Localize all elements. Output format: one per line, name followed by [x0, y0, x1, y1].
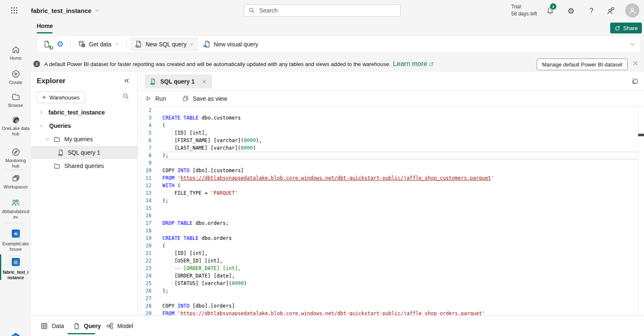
nav-create[interactable]: Create: [0, 69, 31, 85]
database-icon: [78, 40, 86, 48]
nav-workspace-dbtlabsfabricdev[interactable]: dbtlabsfabricdev: [0, 198, 31, 220]
run-button[interactable]: Run: [142, 93, 169, 104]
get-data-button[interactable]: Get data: [74, 38, 123, 51]
code-line[interactable]: 10COPY INTO [dbo].[customers]: [138, 167, 644, 174]
code-line[interactable]: 24 [ORDER_DATE] [date],: [138, 272, 644, 280]
toolbar-divider: [70, 40, 71, 49]
workspace-title-dropdown[interactable]: fabric_test_instance: [31, 0, 100, 21]
view-tab-model[interactable]: Model: [106, 316, 133, 336]
ribbon-tab-home[interactable]: Home: [37, 23, 53, 29]
code-line[interactable]: 18: [138, 227, 644, 234]
notifications-button[interactable]: 2: [545, 6, 555, 16]
app-launcher-waffle-icon[interactable]: [10, 6, 18, 15]
new-visual-query-label: New visual query: [214, 41, 258, 48]
new-warehouses-button[interactable]: + Warehouses: [37, 92, 85, 103]
code-line[interactable]: 4(: [138, 122, 644, 129]
editor-scrollbar-mark[interactable]: [638, 134, 644, 136]
person-icon: [628, 6, 636, 15]
code-line[interactable]: 21 [ID] [int],: [138, 249, 644, 257]
learn-more-link[interactable]: Learn more: [393, 60, 434, 68]
nav-home[interactable]: Home: [0, 45, 31, 61]
nav-item-examplelakehouse[interactable]: ExampleLakehouse: [0, 227, 31, 252]
code-line[interactable]: 15: [138, 204, 644, 212]
get-data-label: Get data: [89, 41, 111, 48]
tree-item-queries[interactable]: Queries: [31, 119, 138, 132]
code-line[interactable]: 12WITH (: [138, 182, 644, 189]
global-search[interactable]: [244, 4, 401, 17]
gear-icon: ⚙: [56, 39, 63, 49]
code-line[interactable]: 22 [USER_ID] [int],: [138, 257, 644, 265]
trial-label: Trial:: [511, 3, 537, 10]
code-line[interactable]: 19CREATE TABLE dbo.orders: [138, 234, 644, 242]
external-link-icon: [429, 61, 434, 67]
code-line[interactable]: 29FROM 'https://dbtlabsynapsedatalake.bl…: [138, 310, 644, 316]
tab-close-button[interactable]: [202, 79, 207, 84]
chevron-right-icon: [39, 110, 44, 115]
code-line[interactable]: 14);: [138, 197, 644, 204]
code-line[interactable]: 3CREATE TABLE dbo.customers: [138, 114, 644, 122]
query-settings-button[interactable]: ⚙: [54, 38, 66, 50]
code-line[interactable]: 28COPY INTO [dbo].[orders]: [138, 302, 644, 310]
explorer-search-button[interactable]: [122, 93, 129, 100]
view-tab-data[interactable]: Data: [40, 316, 64, 336]
data-warehouse-icon: [10, 332, 21, 336]
tree-item-sql-query-1[interactable]: SQL SQL query 1: [31, 146, 138, 159]
code-line[interactable]: 11FROM 'https://dbtlabsynapsedatalake.bl…: [138, 174, 644, 182]
tree-item-warehouse-root[interactable]: fabric_test_instance: [31, 106, 138, 119]
visual-query-icon: [203, 40, 211, 48]
new-sql-query-button[interactable]: SQL New SQL query: [131, 38, 198, 51]
code-line[interactable]: 8);: [138, 152, 644, 159]
explorer-collapse-button[interactable]: «: [124, 76, 129, 84]
tree-item-shared-queries[interactable]: Shared queries: [31, 159, 138, 173]
code-line[interactable]: 2: [138, 107, 644, 114]
plus-circle-icon: [11, 69, 20, 79]
code-line[interactable]: 26);: [138, 287, 644, 295]
settings-button[interactable]: ⚙: [566, 6, 576, 16]
account-avatar[interactable]: [625, 3, 639, 18]
chevron-down-icon: [114, 42, 119, 46]
code-line[interactable]: 25 [STATUS] [varchar](8000): [138, 280, 644, 287]
banner-close-button[interactable]: [632, 60, 639, 66]
feedback-button[interactable]: [606, 6, 616, 16]
query-toolbar: Run Save as view: [138, 91, 644, 107]
search-input[interactable]: [258, 7, 396, 14]
copy-button[interactable]: [631, 77, 639, 85]
code-line[interactable]: 13 FILE_TYPE = 'PARQUET': [138, 189, 644, 197]
nav-onelake-data-hub[interactable]: OneLake data hub: [0, 115, 31, 137]
code-line[interactable]: 9: [138, 159, 644, 167]
query-tab-strip: SQL SQL query 1: [138, 72, 644, 91]
tree-item-my-queries[interactable]: My queries: [31, 132, 138, 146]
ribbon-expand-button[interactable]: [629, 41, 635, 47]
save-as-view-button[interactable]: Save as view: [179, 93, 230, 104]
share-button[interactable]: Share: [610, 23, 642, 33]
help-button[interactable]: ?: [586, 6, 596, 16]
default-dataset-banner: i A default Power BI dataset for faster …: [31, 56, 644, 72]
editor-scrollbar-track[interactable]: [638, 107, 639, 316]
code-line[interactable]: 17DROP TABLE dbo.orders;: [138, 219, 644, 227]
code-line[interactable]: 6 [FIRST_NAME] [varchar](8000),: [138, 137, 644, 144]
code-line[interactable]: 7 [LAST_NAME] [varchar](8000): [138, 144, 644, 152]
code-line[interactable]: 23 -- [ORDER_DATE] [int],: [138, 265, 644, 272]
item-type-data-warehouse[interactable]: Data Warehouse: [0, 332, 31, 336]
nav-browse[interactable]: Browse: [0, 92, 31, 108]
sql-code-editor[interactable]: 23CREATE TABLE dbo.customers4(5 [ID] [in…: [138, 107, 644, 316]
refresh-script-button[interactable]: ↻: [40, 38, 53, 50]
close-icon: [202, 79, 207, 84]
tab-sql-query-1[interactable]: SQL SQL query 1: [145, 74, 212, 89]
left-nav-rail: Home Create Browse OneLake data hub: [0, 21, 31, 336]
banner-message: A default Power BI dataset for faster re…: [44, 61, 391, 67]
nav-item-fabric-test-instance[interactable]: fabric_test_instance: [0, 256, 31, 280]
manage-default-dataset-button[interactable]: Manage default Power BI dataset: [537, 59, 628, 70]
save-as-view-icon: [182, 95, 189, 102]
chevron-down-icon: [189, 42, 194, 46]
nav-monitoring-hub[interactable]: Monitoring hub: [0, 148, 31, 169]
code-line[interactable]: 5 [ID] [int],: [138, 129, 644, 137]
view-switcher-bar: Data Query Model: [31, 316, 644, 336]
code-line[interactable]: 20(: [138, 242, 644, 249]
new-visual-query-button[interactable]: New visual query: [199, 38, 262, 51]
code-line[interactable]: 27: [138, 295, 644, 302]
code-line[interactable]: 16: [138, 212, 644, 219]
plus-icon: +: [42, 94, 46, 101]
nav-workspaces[interactable]: Workspaces: [0, 174, 31, 190]
query-document-icon: [73, 323, 80, 330]
